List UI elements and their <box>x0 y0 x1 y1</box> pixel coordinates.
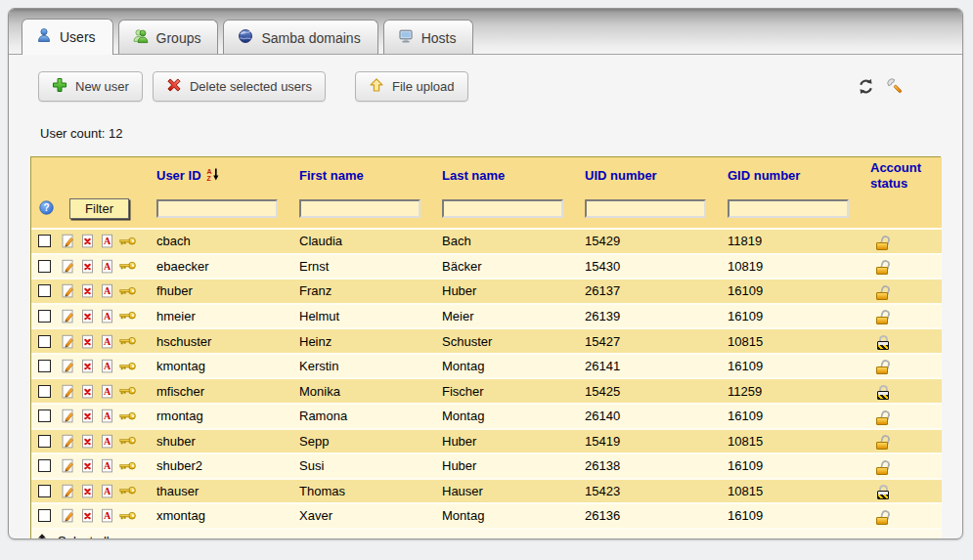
edit-user-icon[interactable] <box>61 384 75 399</box>
change-password-key-icon[interactable] <box>119 510 137 522</box>
row-select-checkbox[interactable] <box>38 435 51 448</box>
user-id-cell[interactable]: kmontag <box>151 354 293 379</box>
uid-number-cell: 26140 <box>579 404 722 429</box>
delete-user-icon[interactable] <box>80 283 95 298</box>
sort-asc-icon[interactable]: AZ <box>206 167 219 186</box>
edit-user-icon[interactable] <box>61 359 75 373</box>
row-select-checkbox[interactable] <box>38 409 51 422</box>
user-id-cell[interactable]: rmontag <box>151 404 293 429</box>
user-id-cell[interactable]: shuber2 <box>151 453 293 479</box>
delete-user-icon[interactable] <box>80 259 95 274</box>
row-select-checkbox[interactable] <box>38 485 51 497</box>
help-icon[interactable]: ? <box>39 200 54 218</box>
edit-user-icon[interactable] <box>61 434 75 449</box>
pdf-export-icon[interactable]: A <box>100 334 114 349</box>
delete-user-icon[interactable] <box>80 484 95 498</box>
filter-input-first-name[interactable] <box>299 199 420 218</box>
pdf-export-icon[interactable]: A <box>100 508 114 523</box>
row-select-checkbox[interactable] <box>38 459 51 472</box>
pdf-export-icon[interactable]: A <box>100 234 114 248</box>
account-status-cell <box>864 429 942 454</box>
user-id-cell[interactable]: thauser <box>151 479 293 504</box>
filter-button[interactable]: Filter <box>69 198 129 219</box>
delete-user-icon[interactable] <box>80 458 95 473</box>
delete-user-icon[interactable] <box>80 409 95 423</box>
column-header-gid-number[interactable]: GID number <box>722 157 864 194</box>
row-select-checkbox[interactable] <box>38 235 51 247</box>
edit-user-icon[interactable] <box>61 334 75 349</box>
change-password-key-icon[interactable] <box>119 260 137 272</box>
user-id-cell[interactable]: fhuber <box>151 279 293 304</box>
edit-user-icon[interactable] <box>61 508 75 523</box>
column-header-uid-number[interactable]: UID number <box>579 157 722 194</box>
refresh-icon[interactable] <box>858 78 874 95</box>
change-password-key-icon[interactable] <box>119 435 137 447</box>
edit-user-icon[interactable] <box>61 458 75 473</box>
delete-user-icon[interactable] <box>80 359 95 373</box>
change-password-key-icon[interactable] <box>119 485 137 496</box>
user-id-cell[interactable]: hmeier <box>151 304 293 329</box>
new-user-button[interactable]: New user <box>38 71 143 102</box>
svg-text:?: ? <box>43 202 49 213</box>
first-name-cell: Susi <box>293 453 436 479</box>
row-select-checkbox[interactable] <box>38 509 51 522</box>
pdf-export-icon[interactable]: A <box>100 283 114 298</box>
tab-hosts[interactable]: Hosts <box>383 20 474 54</box>
change-password-key-icon[interactable] <box>119 460 137 472</box>
tab-groups[interactable]: Groups <box>118 20 219 54</box>
user-id-cell[interactable]: xmontag <box>151 503 293 529</box>
select-all-control[interactable]: Select all <box>37 533 936 539</box>
edit-user-icon[interactable] <box>61 409 75 423</box>
user-id-cell[interactable]: ebaecker <box>151 254 293 280</box>
user-id-cell[interactable]: cbach <box>151 229 293 254</box>
delete-user-icon[interactable] <box>80 234 95 248</box>
tab-samba-domains[interactable]: Samba domains <box>223 20 377 54</box>
delete-user-icon[interactable] <box>80 508 95 523</box>
pdf-export-icon[interactable]: A <box>100 434 114 449</box>
filter-input-gid-number[interactable] <box>728 199 849 218</box>
pdf-export-icon[interactable]: A <box>100 309 114 323</box>
user-id-cell[interactable]: shuber <box>151 429 293 454</box>
row-select-checkbox[interactable] <box>38 260 51 273</box>
change-password-key-icon[interactable] <box>119 385 137 397</box>
pdf-export-icon[interactable]: A <box>100 359 114 373</box>
column-header-first-name[interactable]: First name <box>293 157 436 194</box>
user-id-cell[interactable]: mfischer <box>151 378 293 404</box>
row-select-checkbox[interactable] <box>38 284 51 297</box>
file-upload-button[interactable]: File upload <box>355 71 468 102</box>
pdf-export-icon[interactable]: A <box>100 409 114 423</box>
pdf-export-icon[interactable]: A <box>100 384 114 399</box>
account-status-cell <box>864 328 942 354</box>
row-select-checkbox[interactable] <box>38 335 51 348</box>
edit-user-icon[interactable] <box>61 234 75 248</box>
edit-user-icon[interactable] <box>61 309 75 323</box>
wrench-icon[interactable] <box>887 78 904 95</box>
delete-user-icon[interactable] <box>80 434 95 449</box>
user-id-cell[interactable]: hschuster <box>151 328 293 354</box>
edit-user-icon[interactable] <box>61 484 75 498</box>
edit-user-icon[interactable] <box>61 283 75 298</box>
change-password-key-icon[interactable] <box>119 310 137 322</box>
edit-user-icon[interactable] <box>61 259 75 274</box>
delete-selected-users-button[interactable]: Delete selected users <box>153 71 326 102</box>
column-header-user-id[interactable]: User ID AZ <box>151 157 293 194</box>
delete-user-icon[interactable] <box>80 334 95 349</box>
row-select-checkbox[interactable] <box>38 385 51 398</box>
change-password-key-icon[interactable] <box>119 335 137 347</box>
change-password-key-icon[interactable] <box>119 236 137 247</box>
pdf-export-icon[interactable]: A <box>100 259 114 274</box>
filter-input-user-id[interactable] <box>156 199 278 218</box>
filter-input-uid-number[interactable] <box>585 199 706 218</box>
row-select-checkbox[interactable] <box>38 360 51 372</box>
column-header-last-name[interactable]: Last name <box>436 157 579 194</box>
change-password-key-icon[interactable] <box>119 361 137 372</box>
filter-input-last-name[interactable] <box>442 199 563 218</box>
change-password-key-icon[interactable] <box>119 410 137 422</box>
tab-users[interactable]: Users <box>22 19 113 55</box>
delete-user-icon[interactable] <box>80 309 95 323</box>
pdf-export-icon[interactable]: A <box>100 484 114 498</box>
change-password-key-icon[interactable] <box>119 285 137 297</box>
delete-user-icon[interactable] <box>80 384 95 399</box>
row-select-checkbox[interactable] <box>38 310 51 323</box>
pdf-export-icon[interactable]: A <box>100 458 114 473</box>
